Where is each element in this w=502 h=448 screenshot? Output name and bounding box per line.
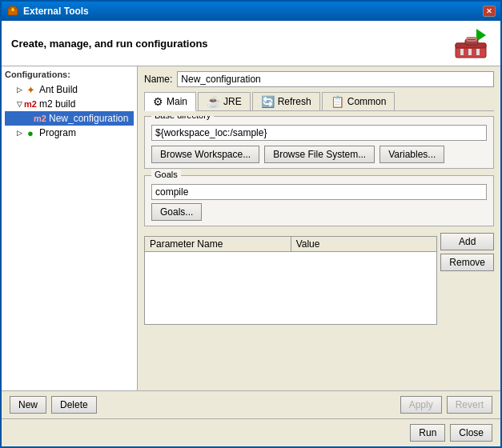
remove-button[interactable]: Remove (440, 254, 494, 271)
main-tab-icon: ⚙ (153, 95, 163, 108)
goals-input[interactable] (151, 184, 487, 200)
tab-main[interactable]: ⚙ Main (144, 92, 196, 111)
parameters-table: Parameter Name Value (144, 236, 437, 325)
form-area: Base directory Browse Workspace... Brows… (144, 116, 494, 386)
svg-rect-9 (468, 49, 472, 55)
base-directory-group: Base directory Browse Workspace... Brows… (144, 116, 494, 169)
name-label: Name: (144, 74, 172, 85)
goals-label: Goals (151, 170, 181, 179)
expand-program-icon: ▷ (14, 128, 24, 138)
tab-jre-label: JRE (223, 96, 242, 107)
m2-child-icon: m2 (34, 112, 46, 125)
title-bar: External Tools ✕ (2, 2, 500, 21)
content-area: Configurations: ▷ ✦ Ant Build ▽ m2 m2 bu… (2, 66, 500, 390)
tab-refresh-label: Refresh (278, 96, 311, 107)
header-subtitle: Create, manage, and run configurations (11, 38, 208, 50)
svg-rect-10 (476, 49, 480, 55)
sidebar: Configurations: ▷ ✦ Ant Build ▽ m2 m2 bu… (2, 66, 138, 390)
parameters-table-container: Parameter Name Value (144, 233, 437, 325)
expand-ant-icon: ▷ (14, 85, 24, 94)
sidebar-item-ant-build[interactable]: ▷ ✦ Ant Build (5, 82, 134, 97)
ant-icon: ✦ (24, 83, 37, 96)
base-dir-input-row (151, 125, 487, 141)
delete-button[interactable]: Delete (51, 396, 97, 414)
refresh-tab-icon: 🔄 (261, 95, 275, 108)
jre-tab-icon: ☕ (207, 95, 220, 108)
tab-common[interactable]: 📋 Common (322, 92, 396, 110)
m2-parent-icon: m2 (24, 98, 37, 110)
main-panel: Name: ⚙ Main ☕ JRE 🔄 Refresh 📋 (138, 66, 500, 390)
name-row: Name: (144, 71, 494, 87)
main-window: External Tools ✕ Create, manage, and run… (0, 0, 502, 448)
variables-button[interactable]: Variables... (380, 146, 444, 163)
svg-point-2 (11, 8, 14, 11)
base-dir-buttons: Browse Workspace... Browse File System..… (151, 146, 487, 163)
run-button[interactable]: Run (410, 424, 445, 442)
bottom-actions: Run Close (2, 418, 500, 446)
goals-content: Goals... (151, 181, 487, 221)
revert-button[interactable]: Revert (447, 396, 492, 414)
footer-right: Apply Revert (400, 396, 492, 414)
window-title: External Tools (23, 6, 483, 17)
col-parameter-name: Parameter Name (145, 237, 291, 251)
goals-group: Goals Goals... (144, 175, 494, 226)
base-directory-label: Base directory (151, 116, 214, 120)
sidebar-item-new-configuration[interactable]: m2 New_configuration (5, 111, 134, 126)
ant-build-label: Ant Build (39, 84, 78, 95)
apply-button[interactable]: Apply (400, 396, 442, 414)
close-button[interactable]: ✕ (483, 6, 496, 17)
table-body[interactable] (145, 252, 436, 324)
parameters-section: Parameter Name Value Add Remove (144, 233, 494, 325)
browse-file-system-button[interactable]: Browse File System... (264, 146, 375, 163)
add-remove-buttons: Add Remove (440, 233, 494, 271)
new-button[interactable]: New (10, 396, 46, 414)
sidebar-item-m2-build[interactable]: ▽ m2 m2 build (5, 97, 134, 111)
new-configuration-label: New_configuration (49, 113, 128, 124)
add-button[interactable]: Add (440, 233, 494, 250)
sidebar-item-program[interactable]: ▷ ● Program (5, 126, 134, 140)
configurations-label: Configurations: (5, 70, 134, 79)
header-icon (452, 27, 491, 59)
program-label: Program (39, 127, 76, 138)
table-header: Parameter Name Value (145, 237, 436, 252)
footer-left: New Delete (10, 396, 97, 414)
col-value: Value (291, 237, 437, 251)
goals-button[interactable]: Goals... (151, 203, 202, 221)
expand-m2-icon: ▽ (14, 99, 24, 109)
svg-rect-8 (460, 49, 464, 55)
name-input[interactable] (177, 71, 494, 87)
close-dialog-button[interactable]: Close (450, 424, 492, 442)
window-icon (6, 5, 19, 18)
tab-common-label: Common (347, 96, 387, 107)
tab-refresh[interactable]: 🔄 Refresh (252, 92, 320, 110)
browse-workspace-button[interactable]: Browse Workspace... (151, 146, 259, 163)
base-directory-input[interactable] (151, 125, 487, 141)
m2-build-label: m2 build (39, 98, 75, 110)
footer-row: New Delete Apply Revert (2, 390, 500, 418)
common-tab-icon: 📋 (331, 95, 344, 108)
base-directory-content: Browse Workspace... Browse File System..… (151, 122, 487, 163)
tab-main-label: Main (167, 96, 187, 107)
tabs-container: ⚙ Main ☕ JRE 🔄 Refresh 📋 Common (144, 92, 494, 111)
window-controls: ✕ (483, 6, 496, 17)
tab-jre[interactable]: ☕ JRE (198, 92, 251, 110)
dialog-header: Create, manage, and run configurations (2, 21, 500, 66)
program-icon: ● (24, 126, 37, 139)
